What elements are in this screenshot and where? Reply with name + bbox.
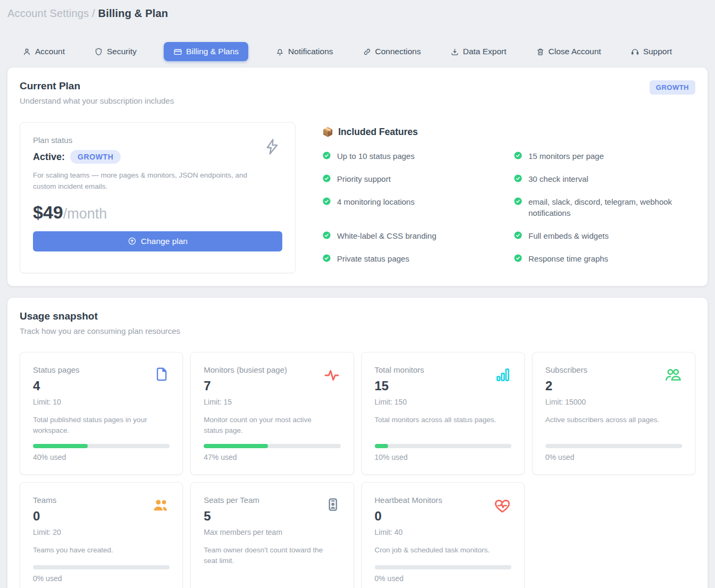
tab-label: Account	[35, 47, 65, 56]
check-circle-icon	[514, 231, 523, 240]
included-features: 📦 Included Features Up to 10 status page…	[322, 122, 695, 273]
check-circle-icon	[322, 151, 331, 160]
person-icon	[22, 47, 31, 56]
feature-item: 4 monitoring locations	[322, 196, 498, 220]
features-title: Included Features	[338, 127, 418, 138]
usage-card-limit: Limit: 10	[33, 398, 170, 406]
usage-card-used: 47% used	[204, 453, 340, 461]
breadcrumb: Account Settings / Billing & Plan	[7, 5, 708, 20]
usage-card-title: Monitors (busiest page)	[204, 365, 340, 374]
current-plan-title: Current Plan	[20, 80, 174, 92]
feature-label: Full embeds & widgets	[528, 230, 609, 242]
usage-card-teams: Teams 0 Limit: 20 Teams you have created…	[20, 482, 183, 588]
bar-chart-icon	[494, 366, 511, 385]
progress-track	[33, 444, 170, 448]
headset-icon	[630, 47, 640, 56]
check-circle-icon	[322, 174, 331, 183]
users-filled-icon	[152, 497, 170, 517]
usage-card-value: 4	[33, 379, 170, 393]
usage-card-desc: Total published status pages in your wor…	[33, 415, 161, 436]
usage-snapshot-section: Usage snapshot Track how you are consumi…	[7, 298, 708, 588]
usage-card-subscribers: Subscribers 2 Limit: 15000 Active subscr…	[532, 352, 695, 475]
usage-card-desc: Team owner doesn't count toward the seat…	[204, 545, 331, 567]
plan-growth-badge: GROWTH	[70, 150, 121, 164]
usage-card-used: 0% used	[33, 574, 170, 583]
check-circle-icon	[322, 231, 331, 240]
tab-close-account[interactable]: Close Account	[534, 42, 603, 61]
change-plan-label: Change plan	[141, 237, 188, 246]
download-icon	[450, 47, 459, 56]
feature-label: 4 monitoring locations	[337, 196, 415, 208]
price-amount: $49	[33, 202, 63, 222]
link-icon	[363, 47, 372, 56]
feature-label: White-label & CSS branding	[337, 230, 436, 242]
usage-card-value: 2	[545, 379, 682, 393]
billing-plan-page: Account Settings / Billing & Plan Accoun…	[0, 0, 715, 588]
usage-card-limit: Limit: 150	[375, 398, 511, 406]
usage-card-desc: Active subscribers across all pages.	[545, 415, 673, 425]
feature-item: Up to 10 status pages	[322, 150, 498, 162]
plan-chip-badge: GROWTH	[650, 80, 695, 95]
tab-data-export[interactable]: Data Export	[448, 42, 509, 61]
tab-label: Notifications	[288, 47, 333, 56]
usage-card-title: Heartbeat Monitors	[375, 495, 511, 505]
tab-notifications[interactable]: Notifications	[273, 42, 335, 61]
features-grid: Up to 10 status pages 15 monitors per pa…	[322, 150, 695, 265]
tab-billing-plans[interactable]: Billing & Plans	[164, 42, 248, 61]
tab-label: Billing & Plans	[186, 47, 239, 56]
feature-label: 30 check interval	[528, 173, 588, 185]
zap-icon	[263, 138, 281, 158]
usage-card-desc: Monitor count on your most active status…	[204, 415, 331, 436]
check-circle-icon	[514, 151, 523, 160]
usage-card-used: 40% used	[33, 453, 170, 461]
settings-tabs: Account Security Billing & Plans Notific…	[20, 42, 708, 61]
breadcrumb-section[interactable]: Account Settings /	[7, 7, 95, 19]
progress-fill	[33, 444, 88, 448]
tab-label: Security	[107, 47, 137, 56]
usage-card-limit: Max members per team	[204, 528, 340, 536]
tab-label: Data Export	[463, 47, 507, 56]
credit-card-icon	[173, 47, 182, 56]
usage-card-title: Subscribers	[545, 365, 682, 374]
tab-connections[interactable]: Connections	[360, 42, 423, 61]
usage-subtitle: Track how you are consuming plan resourc…	[20, 326, 695, 335]
check-circle-icon	[322, 197, 331, 206]
tab-support[interactable]: Support	[628, 42, 674, 61]
tab-security[interactable]: Security	[92, 42, 139, 61]
tab-label: Close Account	[549, 47, 601, 56]
usage-card-used: 0% used	[545, 453, 682, 461]
bell-icon	[275, 47, 284, 56]
plan-description: For scaling teams — more pages & monitor…	[33, 170, 256, 192]
check-circle-icon	[514, 254, 523, 263]
usage-card-value: 15	[375, 379, 511, 393]
progress-fill	[204, 444, 268, 448]
feature-item: 15 monitors per page	[514, 150, 689, 162]
usage-card-title: Status pages	[33, 365, 170, 374]
feature-item: 30 check interval	[514, 173, 689, 185]
feature-label: email, slack, discord, telegram, webhook…	[528, 196, 689, 220]
usage-title: Usage snapshot	[20, 310, 695, 322]
usage-card-total-monitors: Total monitors 15 Limit: 150 Total monit…	[361, 352, 525, 475]
plan-status-label: Plan status	[33, 136, 282, 145]
feature-label: Up to 10 status pages	[337, 150, 415, 162]
tab-account[interactable]: Account	[20, 42, 67, 61]
usage-card-desc: Cron job & scheduled task monitors.	[375, 545, 502, 556]
shield-icon	[94, 47, 103, 56]
tab-label: Support	[643, 47, 672, 56]
change-plan-button[interactable]: Change plan	[33, 231, 282, 251]
usage-card-limit: Limit: 15	[204, 398, 340, 406]
usage-card-title: Seats per Team	[204, 495, 340, 505]
progress-fill	[375, 444, 389, 448]
tab-label: Connections	[375, 47, 421, 56]
usage-card-desc: Total monitors across all status pages.	[375, 415, 502, 425]
current-plan-section: Current Plan Understand what your subscr…	[7, 68, 708, 286]
usage-card-used: 10% used	[375, 453, 511, 461]
usage-card-value: 0	[33, 509, 170, 524]
current-plan-subtitle: Understand what your subscription includ…	[20, 96, 174, 105]
usage-card-value: 7	[204, 379, 340, 393]
progress-track	[204, 444, 340, 448]
usage-card-limit: Limit: 20	[33, 528, 170, 536]
usage-card-value: 0	[375, 509, 511, 524]
breadcrumb-page: Billing & Plan	[98, 7, 169, 19]
activity-icon	[323, 366, 341, 387]
